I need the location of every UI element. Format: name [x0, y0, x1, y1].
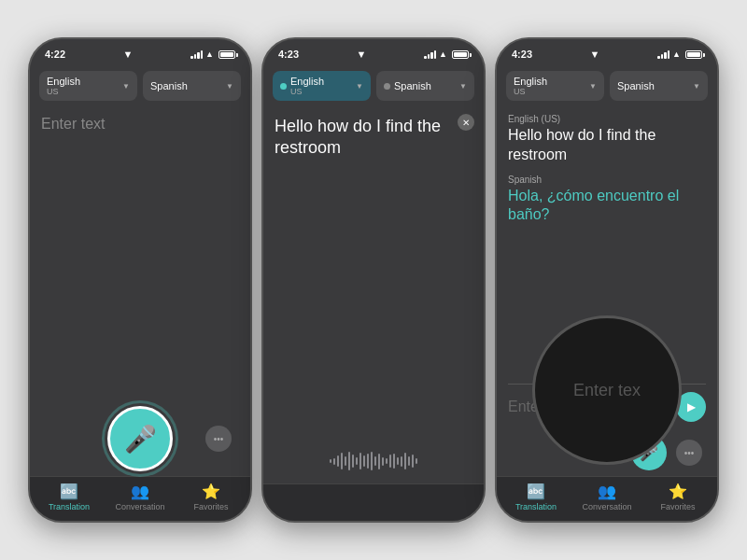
- wave-bar: [397, 457, 399, 465]
- wave-bar: [416, 458, 417, 464]
- tab-favorites-3[interactable]: ⭐ Favorites: [642, 483, 713, 511]
- signal-bars-3: [657, 49, 669, 59]
- lang-dot-spanish-2: [384, 83, 390, 90]
- wave-bar: [371, 452, 373, 470]
- status-arrow-3: ▼: [590, 49, 600, 60]
- close-icon-2: ✕: [462, 118, 470, 128]
- tab-translation-1[interactable]: 🔤 Translation: [34, 483, 105, 511]
- mic-button-1[interactable]: 🎤: [107, 406, 173, 471]
- tab-favorites-label-3: Favorites: [660, 502, 695, 511]
- lang-info-english-3: English US: [514, 76, 547, 96]
- lang-btn-spanish-2[interactable]: Spanish ▼: [376, 71, 474, 101]
- tab-bar-1: 🔤 Translation 👥 Conversation ⭐ Favorites: [30, 476, 250, 521]
- wave-bar: [386, 458, 388, 464]
- battery-icon-2: [452, 50, 469, 59]
- content-area-1: Enter text: [30, 106, 250, 401]
- signal-bars-1: [190, 49, 203, 59]
- wave-bar: [367, 454, 369, 469]
- wave-bar: [348, 452, 350, 470]
- phone-frame-1: 4:22 ▼ ▲ English US ▼ Spanish: [28, 37, 252, 523]
- waveform-2: [275, 450, 472, 472]
- lang-name-spanish-2: Spanish: [394, 80, 431, 91]
- lang-name-english-3: English: [514, 76, 547, 87]
- lang-btn-english-3[interactable]: English US ▼: [506, 71, 604, 101]
- placeholder-text-1[interactable]: Enter text: [41, 116, 105, 132]
- wave-bar: [363, 455, 365, 467]
- tab-conversation-1[interactable]: 👥 Conversation: [105, 483, 176, 511]
- translation-text-3: Hola, ¿cómo encuentro el baño?: [508, 187, 706, 226]
- lang-name-english-2: English: [290, 76, 324, 87]
- tab-conversation-label-1: Conversation: [115, 502, 164, 511]
- tab-translation-label-1: Translation: [49, 502, 90, 511]
- enter-text-overlay-3: Enter tex: [573, 381, 641, 400]
- more-button-3[interactable]: •••: [676, 440, 702, 466]
- mic-container-1: 🎤 •••: [30, 401, 250, 476]
- chevron-english-2: ▼: [356, 82, 363, 91]
- message-text-2: Hello how do I find the restroom: [275, 116, 472, 160]
- battery-icon-1: [218, 50, 235, 59]
- status-bar-3: 4:23 ▼ ▲: [497, 39, 717, 65]
- tab-conversation-label-3: Conversation: [582, 502, 631, 511]
- lang-info-spanish-1: Spanish: [150, 80, 188, 91]
- lang-info-english-1: English US: [47, 76, 80, 96]
- wave-bar: [401, 456, 402, 467]
- phone-frame-3: 4:23 ▼ ▲ English US: [495, 37, 719, 523]
- tab-favorites-icon-1: ⭐: [202, 483, 220, 500]
- status-icons-3: ▲: [657, 49, 702, 59]
- more-dots-1: •••: [214, 434, 224, 444]
- wave-bar: [337, 455, 339, 467]
- wave-bar: [408, 456, 410, 466]
- tab-favorites-1[interactable]: ⭐ Favorites: [176, 483, 247, 511]
- tab-translation-label-3: Translation: [515, 502, 557, 511]
- tab-translation-3[interactable]: 🔤 Translation: [500, 483, 571, 511]
- tab-conversation-icon-3: 👥: [598, 483, 616, 500]
- wave-bar: [382, 457, 384, 466]
- wave-bar: [404, 453, 406, 469]
- wave-bar: [333, 458, 335, 465]
- signal-bars-2: [424, 49, 436, 59]
- wave-bar: [393, 454, 395, 469]
- lang-name-english-1: English: [47, 76, 80, 87]
- lang-btn-english-1[interactable]: English US ▼: [39, 71, 137, 101]
- chevron-spanish-2: ▼: [459, 82, 467, 91]
- chevron-english-3: ▼: [589, 82, 597, 91]
- wifi-icon-2: ▲: [439, 49, 447, 59]
- status-time-2: 4:23: [278, 49, 299, 60]
- chevron-english-1: ▼: [122, 82, 130, 91]
- lang-btn-spanish-3[interactable]: Spanish ▼: [610, 71, 708, 101]
- status-bar-1: 4:22 ▼ ▲: [30, 39, 250, 65]
- tab-translation-icon-1: 🔤: [60, 483, 78, 500]
- tab-bar-spacer-2: [263, 483, 484, 521]
- waveform-area-2: [263, 442, 484, 483]
- status-icons-2: ▲: [424, 49, 469, 59]
- status-arrow-1: ▼: [123, 49, 134, 60]
- more-button-1[interactable]: •••: [205, 426, 232, 452]
- lang-btn-english-2[interactable]: English US ▼: [273, 71, 371, 101]
- wave-bar: [374, 456, 376, 466]
- status-time-1: 4:22: [45, 49, 65, 60]
- tab-conversation-3[interactable]: 👥 Conversation: [571, 483, 642, 511]
- lang-region-english-3: US: [514, 87, 547, 96]
- wave-bar: [330, 459, 331, 463]
- tab-bar-3: 🔤 Translation 👥 Conversation ⭐ Favorites: [497, 476, 717, 521]
- tab-favorites-icon-3: ⭐: [669, 483, 687, 500]
- lang-info-spanish-2: Spanish: [394, 80, 431, 91]
- lang-name-spanish-3: Spanish: [617, 80, 655, 91]
- tab-translation-icon-3: 🔤: [527, 483, 545, 500]
- battery-icon-3: [685, 50, 702, 59]
- lang-region-english-2: US: [290, 87, 324, 96]
- close-button-2[interactable]: ✕: [458, 114, 474, 131]
- status-bar-2: 4:23 ▼ ▲: [263, 39, 484, 65]
- spanish-label-3: Spanish: [508, 175, 706, 185]
- wave-bar: [352, 455, 354, 468]
- english-label-3: English (US): [508, 114, 706, 124]
- english-section-3: English (US) Hello how do I find the res…: [508, 114, 706, 165]
- wave-bar: [389, 455, 391, 468]
- wave-bar: [359, 453, 361, 469]
- lang-btn-spanish-1[interactable]: Spanish ▼: [143, 71, 241, 101]
- more-dots-3: •••: [684, 448, 695, 458]
- tab-favorites-label-1: Favorites: [193, 502, 228, 511]
- tab-conversation-icon-1: 👥: [131, 483, 149, 500]
- lang-name-spanish-1: Spanish: [150, 80, 188, 91]
- content-area-2: ✕ Hello how do I find the restroom: [263, 106, 484, 442]
